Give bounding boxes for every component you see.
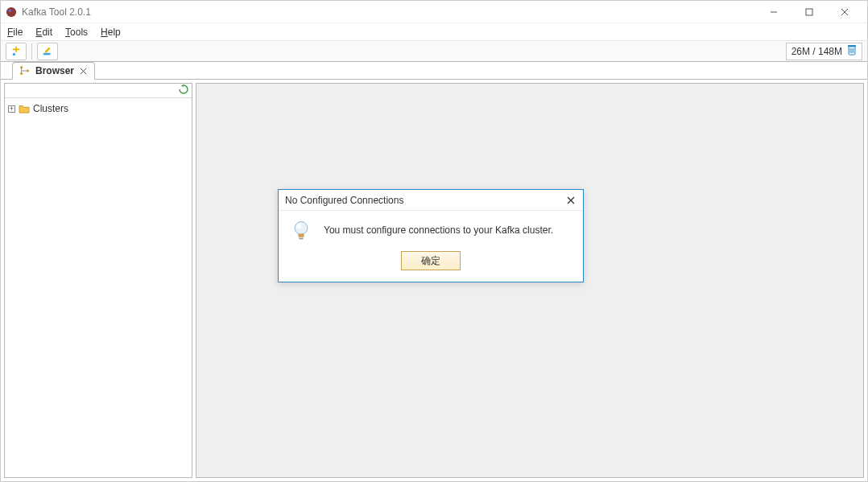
svg-rect-3 [806, 9, 812, 15]
svg-rect-9 [43, 52, 51, 55]
app-window: Kafka Tool 2.0.1 File Edit Tools Help [0, 0, 868, 482]
gc-trash-icon[interactable] [847, 44, 857, 58]
svg-rect-24 [299, 233, 304, 237]
folder-icon [19, 104, 30, 113]
memory-status: 26M / 148M [786, 43, 862, 60]
side-panel: + Clusters [4, 83, 192, 478]
memory-text: 26M / 148M [792, 46, 842, 57]
menu-help[interactable]: Help [101, 27, 121, 38]
svg-rect-11 [848, 45, 856, 47]
tab-label: Browser [35, 65, 74, 76]
menu-file[interactable]: File [7, 27, 23, 38]
dialog-message: You must configure connections to your K… [324, 225, 553, 236]
add-cluster-button[interactable] [6, 43, 27, 60]
minimize-button[interactable] [756, 1, 792, 23]
titlebar: Kafka Tool 2.0.1 [1, 1, 867, 23]
lightbulb-icon [290, 219, 312, 241]
body: + Clusters No Configured Connections [1, 80, 867, 481]
app-icon [6, 6, 17, 18]
refresh-icon[interactable] [179, 84, 188, 97]
svg-point-22 [295, 222, 308, 235]
side-toolbar [5, 84, 192, 98]
expand-icon[interactable]: + [8, 105, 15, 113]
dialog-body: You must configure connections to your K… [279, 211, 583, 282]
svg-point-23 [297, 223, 301, 229]
svg-rect-25 [299, 238, 303, 240]
maximize-button[interactable] [792, 1, 827, 23]
menubar: File Edit Tools Help [1, 23, 867, 41]
dialog-titlebar: No Configured Connections [279, 190, 583, 211]
svg-rect-7 [13, 48, 20, 50]
tab-close-icon[interactable] [79, 67, 88, 76]
tree-node-clusters[interactable]: + Clusters [8, 101, 188, 116]
edit-button[interactable] [37, 43, 58, 60]
tree-icon [19, 65, 31, 76]
dialog-ok-label: 确定 [421, 254, 440, 268]
toolbar: 26M / 148M [1, 41, 867, 62]
tabstrip: Browser [1, 62, 867, 80]
svg-point-0 [6, 6, 16, 16]
menu-edit[interactable]: Edit [35, 27, 52, 38]
tree: + Clusters [5, 98, 192, 477]
tree-node-label: Clusters [33, 103, 68, 114]
tab-browser[interactable]: Browser [12, 62, 95, 80]
app-title: Kafka Tool 2.0.1 [22, 6, 91, 18]
dialog-title-text: No Configured Connections [285, 195, 403, 206]
menu-tools[interactable]: Tools [65, 27, 88, 38]
dialog-close-icon[interactable] [565, 195, 577, 206]
svg-point-8 [13, 52, 16, 56]
close-button[interactable] [827, 1, 862, 23]
window-controls [756, 1, 862, 23]
svg-point-1 [9, 9, 12, 12]
main-panel: No Configured Connections You must con [196, 83, 864, 478]
dialog: No Configured Connections You must con [278, 189, 584, 282]
dialog-ok-button[interactable]: 确定 [401, 251, 461, 270]
toolbar-separator [31, 43, 32, 60]
